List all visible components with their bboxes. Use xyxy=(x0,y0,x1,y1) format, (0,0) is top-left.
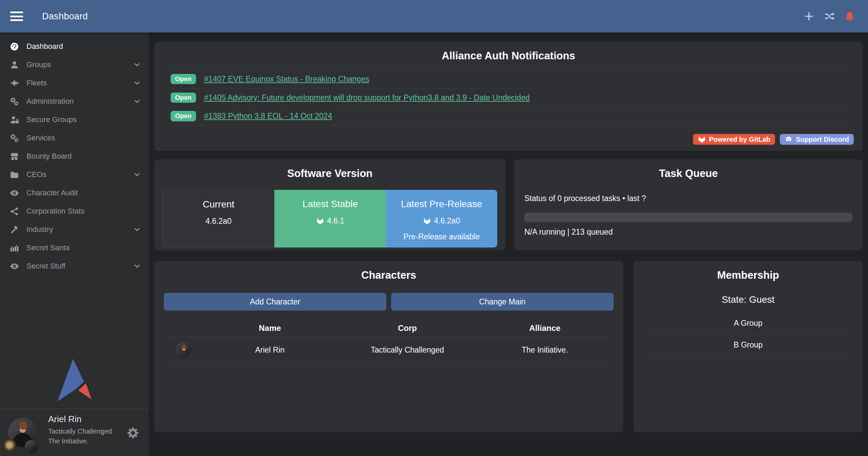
software-version-panel: Software Version Current 4.6.2a0 Latest … xyxy=(154,159,505,250)
sidebar-item-services[interactable]: Services xyxy=(0,129,149,147)
character-portrait xyxy=(176,342,192,358)
version-box-latest-stable: Latest Stable 4.6.1 xyxy=(274,190,386,247)
task-queue-title: Task Queue xyxy=(514,159,863,180)
user-alliance: The Initiative. xyxy=(48,436,112,446)
task-progress-bar xyxy=(524,213,852,222)
status-badge: Open xyxy=(171,74,196,84)
main-content: Alliance Auth Notifications Open #1407 E… xyxy=(149,33,868,456)
alliance-logo-badge xyxy=(24,440,38,453)
sidebar: Dashboard Groups Fleets Administration S… xyxy=(0,33,149,456)
chevron-down-icon xyxy=(133,171,141,179)
gears-icon xyxy=(9,133,20,143)
store-icon xyxy=(9,152,20,161)
notification-link[interactable]: #1405 Advisory: Future development will … xyxy=(204,93,530,102)
hamburger-menu-icon[interactable] xyxy=(10,12,23,21)
membership-panel: Membership State: Guest A Group B Group xyxy=(634,261,863,432)
characters-panel: Characters Add Character Change Main Nam… xyxy=(154,261,623,432)
membership-title: Membership xyxy=(634,261,863,281)
column-header-alliance: Alliance xyxy=(476,323,614,333)
user-lock-icon xyxy=(9,115,20,124)
group-item: B Group xyxy=(644,336,852,357)
version-box-latest-prerelease: Latest Pre-Release 4.6.2a0 Pre-Release a… xyxy=(386,190,497,247)
task-status-line: Status of 0 processed tasks • last ? xyxy=(524,194,852,203)
prerelease-note: Pre-Release available xyxy=(386,232,497,241)
notification-link[interactable]: #1407 EVE Equinox Status - Breaking Chan… xyxy=(204,75,369,84)
gauge-icon xyxy=(9,42,20,51)
column-header-corp: Corp xyxy=(339,323,476,333)
space-shuttle-icon xyxy=(9,78,20,88)
eye-icon xyxy=(9,188,20,198)
character-alliance: The Initiative. xyxy=(476,345,614,355)
alliance-auth-logo xyxy=(54,358,95,402)
gitlab-tanuki-icon xyxy=(316,217,324,225)
user-name: Ariel Rin xyxy=(48,414,112,424)
sidebar-item-groups[interactable]: Groups xyxy=(0,56,149,74)
support-discord-badge[interactable]: Support Discord xyxy=(780,134,854,145)
sidebar-item-corporation-stats[interactable]: Corporation Stats xyxy=(0,202,149,220)
sidebar-item-bounty-board[interactable]: Bounty Board xyxy=(0,147,149,165)
top-navbar: Dashboard xyxy=(0,0,868,33)
group-item: A Group xyxy=(644,314,852,336)
prerelease-version: 4.6.2a0 xyxy=(434,216,460,225)
chevron-down-icon xyxy=(133,225,141,234)
table-header-row: Name Corp Alliance xyxy=(164,319,614,337)
stable-version: 4.6.1 xyxy=(327,216,344,225)
eye-icon xyxy=(9,261,20,271)
sidebar-item-character-audit[interactable]: Character Audit xyxy=(0,184,149,202)
notifications-list: Open #1407 EVE Equinox Status - Breaking… xyxy=(163,70,854,125)
version-box-current: Current 4.6.2a0 xyxy=(162,190,274,247)
user-icon xyxy=(9,60,20,70)
add-icon[interactable] xyxy=(804,11,814,22)
chevron-down-icon xyxy=(133,97,141,105)
gears-icon xyxy=(9,97,20,106)
sidebar-item-ceos[interactable]: CEOs xyxy=(0,165,149,184)
folder-icon xyxy=(9,170,20,179)
add-character-button[interactable]: Add Character xyxy=(164,293,386,311)
sidebar-item-secure-groups[interactable]: Secure Groups xyxy=(0,111,149,129)
discord-icon xyxy=(785,136,793,143)
sidebar-item-secret-stuff[interactable]: Secret Stuff xyxy=(0,257,149,275)
character-name: Ariel Rin xyxy=(201,345,339,355)
column-header-name: Name xyxy=(201,323,339,333)
corp-logo-badge xyxy=(3,438,16,452)
status-badge: Open xyxy=(171,93,196,103)
chevron-down-icon xyxy=(133,61,141,69)
notification-item: Open #1405 Advisory: Future development … xyxy=(163,88,854,107)
gifts-icon xyxy=(9,243,20,253)
user-panel: Ariel Rin Tactically Challenged The Init… xyxy=(0,409,149,456)
notifications-panel: Alliance Auth Notifications Open #1407 E… xyxy=(154,42,863,151)
membership-groups-list: A Group B Group xyxy=(644,314,852,357)
notifications-bell-icon[interactable] xyxy=(844,11,855,22)
task-queue-panel: Task Queue Status of 0 processed tasks •… xyxy=(514,159,863,250)
character-corp: Tactically Challenged xyxy=(339,345,476,355)
notification-link[interactable]: #1383 Python 3.8 EOL - 14 Oct 2024 xyxy=(204,112,332,121)
settings-gear-icon[interactable] xyxy=(127,427,139,439)
characters-table: Name Corp Alliance Ariel Rin Tactically … xyxy=(164,319,614,363)
sidebar-item-dashboard[interactable]: Dashboard xyxy=(0,37,149,56)
table-row: Ariel Rin Tactically Challenged The Init… xyxy=(164,337,614,363)
navbar-title: Dashboard xyxy=(42,11,88,22)
gitlab-tanuki-icon xyxy=(423,217,431,225)
task-queue-line: N/A running | 213 queued xyxy=(524,227,852,237)
current-version: 4.6.2a0 xyxy=(206,217,232,226)
sidebar-item-industry[interactable]: Industry xyxy=(0,220,149,239)
notification-item: Open #1407 EVE Equinox Status - Breaking… xyxy=(163,70,854,88)
notifications-title: Alliance Auth Notifications xyxy=(154,42,863,62)
characters-title: Characters xyxy=(154,261,623,281)
membership-state: State: Guest xyxy=(634,294,863,305)
software-version-title: Software Version xyxy=(154,159,505,180)
sidebar-menu: Dashboard Groups Fleets Administration S… xyxy=(0,33,149,275)
chevron-down-icon xyxy=(133,79,141,87)
gitlab-tanuki-icon xyxy=(698,136,706,143)
notification-item: Open #1383 Python 3.8 EOL - 14 Oct 2024 xyxy=(163,107,854,125)
sidebar-item-secret-santa[interactable]: Secret Santa xyxy=(0,239,149,257)
share-nodes-icon xyxy=(9,206,20,216)
sidebar-item-fleets[interactable]: Fleets xyxy=(0,74,149,92)
change-main-button[interactable]: Change Main xyxy=(391,293,614,311)
status-badge: Open xyxy=(171,111,196,121)
sidebar-item-administration[interactable]: Administration xyxy=(0,92,149,111)
shuffle-icon[interactable] xyxy=(824,11,835,22)
user-corp: Tactically Challenged xyxy=(48,427,112,436)
powered-by-gitlab-badge[interactable]: Powered by GitLab xyxy=(693,134,775,145)
hammer-icon xyxy=(9,225,20,234)
